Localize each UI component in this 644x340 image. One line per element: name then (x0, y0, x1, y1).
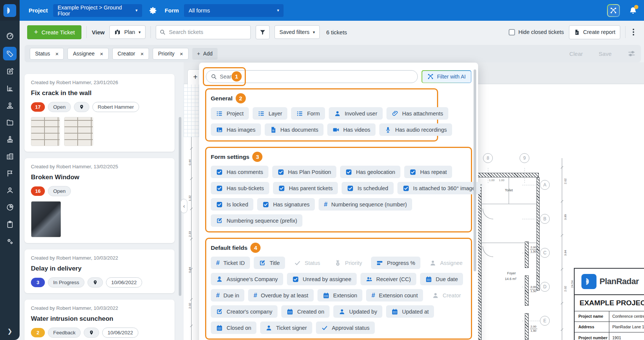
search-tickets-input[interactable] (156, 25, 251, 39)
filter-option-created-on[interactable]: Created on (281, 305, 330, 318)
sidebar-item-tasks[interactable] (3, 218, 16, 230)
filter-option-approval-status[interactable]: Approval status (316, 322, 375, 334)
ticket-photo-thumbnail[interactable] (31, 117, 60, 146)
filter-option-has-images[interactable]: Has images (211, 123, 261, 136)
ticket-card[interactable]: Created by Robert Hammer, 23/01/2026Fix … (25, 74, 175, 152)
remove-filter-icon[interactable]: × (180, 51, 183, 57)
filter-chip-creator[interactable]: Creator× (112, 48, 149, 60)
planradar-logo[interactable] (0, 0, 20, 21)
filter-settings-sliders-icon[interactable] (627, 49, 636, 58)
popup-scrollbar[interactable] (474, 69, 476, 271)
sidebar-item-documents[interactable] (3, 116, 16, 128)
filter-option-has-plan-position[interactable]: Has Plan Position (272, 166, 336, 178)
sidebar-item-statistics[interactable] (3, 82, 16, 94)
filter-option-closed-on[interactable]: Closed on (211, 322, 256, 334)
filter-option-assignee-s-company[interactable]: Assignee's Company (211, 273, 283, 285)
plan-dimension-label: 24.54 (570, 280, 574, 288)
filter-option-has-sub-tickets[interactable]: Has sub-tickets (211, 182, 269, 194)
filter-option-project[interactable]: Project (211, 107, 249, 120)
logo-arcs-icon (5, 6, 14, 15)
remove-filter-icon[interactable]: × (55, 51, 59, 57)
saved-filters-dropdown[interactable]: Saved filters ▾ (274, 25, 320, 39)
sidebar-item-dashboard[interactable] (3, 30, 16, 42)
filter-option-due-date[interactable]: Due date (420, 273, 463, 285)
filter-chip-priority[interactable]: Priority× (153, 48, 188, 60)
ticket-status-badge: Open (48, 102, 71, 112)
filter-option-numbering-sequence-number[interactable]: #Numbering sequence (number) (319, 198, 412, 211)
filter-option-form[interactable]: Form (291, 107, 325, 120)
clear-filters-button[interactable]: Clear (569, 51, 583, 57)
form-selector[interactable]: All forms ▾ (184, 4, 284, 17)
filter-option-numbering-sequence-prefix[interactable]: Numbering sequence (prefix) (211, 214, 302, 227)
sidebar-item-flags[interactable] (3, 167, 16, 179)
location-pin-badge (87, 277, 103, 288)
filter-option-has-geolocation[interactable]: Has geolocation (340, 166, 400, 178)
filter-option-ticket-id[interactable]: #Ticket ID (211, 257, 250, 269)
ticket-card[interactable]: Created by Robert Hammer, 10/03/2022Dela… (25, 249, 175, 293)
filter-funnel-button[interactable] (256, 25, 270, 39)
remove-filter-icon[interactable]: × (100, 51, 103, 57)
filter-option-extension-count[interactable]: #Extension count (366, 289, 423, 302)
sidebar-item-reports[interactable] (3, 201, 16, 213)
filter-with-ai-button[interactable]: Filter with AI (422, 70, 471, 83)
filter-option-has-audio-recordings[interactable]: Has audio recordings (379, 123, 452, 136)
hide-closed-checkbox[interactable] (509, 29, 515, 35)
ticket-search (156, 25, 251, 39)
filter-option-label: Unread by assignee (303, 276, 351, 282)
filter-option-unread-by-assignee[interactable]: Unread by assignee (287, 273, 357, 285)
filter-option-has-documents[interactable]: Has documents (265, 123, 324, 136)
filter-chip-assignee[interactable]: Assignee× (67, 48, 108, 60)
ticket-card[interactable]: Created by Robert Hammer, 10/03/2022Wate… (25, 300, 175, 340)
filter-option-has-comments[interactable]: Has comments (211, 166, 268, 178)
filter-option-progress[interactable]: Progress % (371, 257, 420, 269)
filter-option-involved-user[interactable]: Involved user (329, 107, 382, 120)
create-report-button[interactable]: Create report (569, 25, 620, 39)
notifications-bell-icon[interactable] (629, 6, 637, 15)
filter-option-updated-at[interactable]: Updated at (386, 305, 434, 318)
filter-option-is-attached-to-360-image[interactable]: Is attached to 360° image (397, 182, 481, 194)
create-ticket-button[interactable]: +Create Ticket (27, 25, 81, 39)
sidebar-item-settings[interactable] (3, 235, 16, 247)
filter-option-updated-by[interactable]: Updated by (333, 305, 382, 318)
project-settings-gear-icon[interactable] (149, 6, 157, 15)
ticket-card[interactable]: Created by Robert Hammer, 13/02/2025Brok… (25, 158, 175, 243)
sidebar-item-tickets[interactable] (3, 47, 17, 60)
sidebar-item-contacts[interactable] (3, 184, 16, 196)
sidebar-item-approvals[interactable] (3, 133, 16, 145)
plan-dimension-label: 0.44 (188, 159, 192, 165)
collapse-panel-handle[interactable]: ‹ (181, 199, 187, 213)
filter-option-label: Title (270, 260, 280, 266)
filter-option-is-locked[interactable]: Is locked (211, 198, 253, 211)
save-filters-button[interactable]: Save (599, 51, 612, 57)
filter-option-due-in[interactable]: #Due in (211, 289, 244, 302)
ai-assistant-button[interactable] (607, 4, 620, 17)
view-mode-dropdown[interactable]: Plan ▾ (109, 25, 146, 39)
hide-closed-toggle[interactable]: Hide closed tickets (509, 29, 564, 35)
more-options-kebab-icon[interactable] (630, 26, 636, 38)
ticket-photo-thumbnail[interactable] (64, 117, 93, 146)
filter-option-receiver-cc[interactable]: Receiver (CC) (360, 273, 416, 285)
filter-option-has-signatures[interactable]: Has signatures (257, 198, 315, 211)
filter-option-has-parent-tickets[interactable]: Has parent tickets (273, 182, 338, 194)
filter-option-creator-s-company[interactable]: Creator's company (211, 305, 278, 318)
sidebar-item-forms[interactable] (3, 65, 16, 77)
filter-option-extension[interactable]: Extension (317, 289, 363, 302)
ticket-created-by: Created by Robert Hammer, 13/02/2025 (31, 164, 168, 169)
filter-option-has-videos[interactable]: Has videos (327, 123, 376, 136)
filter-chip-status[interactable]: Status× (30, 48, 64, 60)
filter-option-has-repeat[interactable]: Has repeat (404, 166, 452, 178)
sidebar-item-companies[interactable] (3, 150, 16, 162)
remove-filter-icon[interactable]: × (141, 51, 144, 57)
filter-search-input[interactable] (206, 70, 418, 83)
sidebar-item-site-inspection[interactable] (3, 99, 16, 111)
filter-option-overdue-by-at-least[interactable]: #Overdue by at least (248, 289, 313, 302)
add-filter-button[interactable]: +Add (192, 48, 218, 60)
filter-option-layer[interactable]: Layer (253, 107, 287, 120)
ticket-photo-thumbnail[interactable] (31, 201, 61, 237)
filter-option-is-scheduled[interactable]: Is scheduled (342, 182, 393, 194)
filter-option-ticket-signer[interactable]: Ticket signer (260, 322, 312, 334)
sidebar-expand-chevron-icon[interactable]: ❯ (7, 328, 12, 335)
filter-option-title[interactable]: Title (254, 257, 285, 269)
filter-option-has-attachments[interactable]: Has attachments (386, 107, 449, 120)
project-selector[interactable]: Example Project > Ground Floor ▾ (53, 4, 142, 17)
